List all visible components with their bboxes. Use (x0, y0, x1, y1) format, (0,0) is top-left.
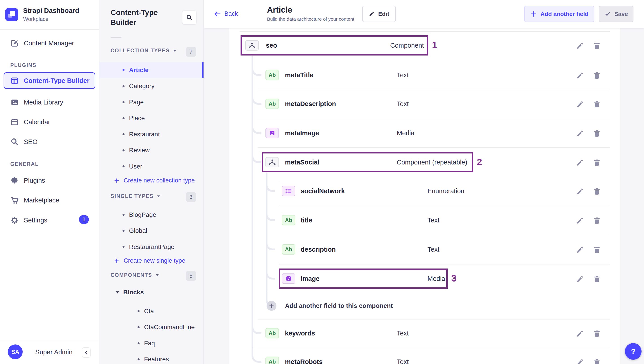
collection-types-list: ArticleCategoryPagePlaceRestaurantReview… (99, 62, 204, 174)
field-row-metaTitle[interactable]: Ab metaTitle Text (229, 65, 620, 85)
ctb-sidebar-title: Content-Type Builder (110, 8, 178, 27)
picture-icon (10, 98, 19, 106)
single-types-header[interactable]: SINGLE TYPES (110, 193, 160, 199)
field-row-socialNetwork[interactable]: socialNetwork Enumeration (229, 181, 620, 201)
annotation-number-1: 1 (432, 40, 437, 51)
collection-type-category[interactable]: Category (99, 78, 204, 94)
delete-field-button[interactable] (592, 71, 602, 80)
pencil-icon (576, 275, 584, 283)
save-button[interactable]: Save (599, 6, 634, 22)
trash-icon (593, 330, 601, 338)
component-group-blocks[interactable]: Blocks (116, 289, 144, 296)
add-field-to-component-label: Add another field to this component (285, 296, 393, 316)
delete-field-button[interactable] (592, 158, 602, 168)
components-header[interactable]: COMPONENTS (110, 272, 159, 278)
collection-type-article[interactable]: Article (99, 62, 204, 78)
single-type-restaurantpage[interactable]: RestaurantPage (99, 239, 204, 255)
edit-field-button[interactable] (575, 216, 585, 226)
edit-field-button[interactable] (575, 158, 585, 168)
component-features[interactable]: Features (99, 351, 204, 364)
avatar[interactable]: SA (8, 344, 23, 359)
edit-field-button[interactable] (575, 245, 585, 255)
field-name: seo (266, 35, 277, 56)
caret-down-icon (157, 196, 160, 197)
edit-field-button[interactable] (575, 99, 585, 109)
component-icon (268, 159, 276, 165)
media-icon (286, 275, 292, 282)
edit-field-button[interactable] (575, 329, 585, 339)
delete-field-button[interactable] (592, 216, 602, 226)
sidebar-item-media-library[interactable]: Media Library (0, 94, 99, 110)
component-ctacommandline[interactable]: CtaCommandLine (99, 319, 204, 335)
help-button[interactable]: ? (625, 343, 642, 360)
list-item-label: Global (129, 227, 147, 234)
add-field-to-component-row[interactable]: Add another field to this component (229, 296, 620, 316)
collection-type-review[interactable]: Review (99, 142, 204, 159)
create-collection-type-link[interactable]: Create new collection type (114, 177, 195, 184)
search-button[interactable] (182, 10, 196, 25)
annotation-number-3: 3 (451, 273, 456, 284)
sidebar-item-plugins[interactable]: Plugins (0, 172, 99, 189)
edit-field-button[interactable] (575, 357, 585, 364)
single-type-global[interactable]: Global (99, 223, 204, 239)
field-row-seo[interactable]: seo Component (229, 35, 620, 56)
bullet-icon (138, 358, 140, 360)
sidebar-item-seo[interactable]: SEO (0, 134, 99, 150)
add-field-to-component-button[interactable] (266, 301, 276, 311)
delete-field-button[interactable] (592, 187, 602, 196)
delete-field-button[interactable] (592, 245, 602, 255)
edit-button[interactable]: Edit (362, 6, 396, 22)
pencil-icon (576, 71, 584, 80)
component-faq[interactable]: Faq (99, 335, 204, 351)
field-name: title (301, 210, 312, 230)
sidebar-item-content-type-builder[interactable]: Content-Type Builder (4, 72, 95, 89)
edit-field-button[interactable] (575, 274, 585, 284)
trash-icon (593, 71, 601, 80)
field-name: keywords (285, 323, 315, 343)
collection-types-header[interactable]: COLLECTION TYPES (110, 48, 176, 54)
field-row-image[interactable]: image Media (229, 269, 620, 289)
delete-field-button[interactable] (592, 99, 602, 109)
field-type: Text (397, 352, 408, 364)
collection-type-place[interactable]: Place (99, 110, 204, 126)
field-row-metaImage[interactable]: metaImage Media (229, 123, 620, 143)
list-item-label: Article (129, 67, 148, 74)
bullet-icon (122, 101, 124, 103)
back-link[interactable]: Back (214, 0, 238, 28)
collection-type-user[interactable]: User (99, 158, 204, 174)
sidebar-item-calendar[interactable]: Calendar (0, 114, 99, 130)
edit-field-button[interactable] (575, 128, 585, 138)
sidebar-item-content-manager[interactable]: Content Manager (0, 35, 99, 51)
collection-type-restaurant[interactable]: Restaurant (99, 126, 204, 142)
field-row-metaDescription[interactable]: Ab metaDescription Text (229, 94, 620, 114)
edit-field-button[interactable] (575, 41, 585, 51)
row-divider (258, 147, 610, 148)
add-another-field-button[interactable]: Add another field (524, 6, 594, 22)
field-row-metaRobots[interactable]: Ab metaRobots Text (229, 352, 620, 364)
delete-field-button[interactable] (592, 41, 602, 51)
text-field-icon: Ab (282, 244, 295, 255)
collapse-sidebar-button[interactable] (82, 347, 91, 358)
field-row-keywords[interactable]: Ab keywords Text (229, 323, 620, 343)
pencil-icon (576, 159, 584, 167)
main-area: Back Article Build the data architecture… (204, 0, 644, 364)
sidebar-item-marketplace[interactable]: Marketplace (0, 192, 99, 208)
field-row-description[interactable]: Ab description Text (229, 239, 620, 260)
field-row-metaSocial[interactable]: metaSocial Component (repeatable) (229, 152, 620, 172)
pencil-icon (369, 11, 374, 17)
divider (110, 37, 122, 38)
component-cta[interactable]: Cta (99, 303, 204, 319)
delete-field-button[interactable] (592, 357, 602, 364)
create-single-type-link[interactable]: Create new single type (114, 257, 185, 264)
field-type: Text (397, 323, 408, 343)
single-type-blogpage[interactable]: BlogPage (99, 207, 204, 223)
edit-field-button[interactable] (575, 187, 585, 196)
field-row-title[interactable]: Ab title Text (229, 210, 620, 230)
delete-field-button[interactable] (592, 329, 602, 339)
delete-field-button[interactable] (592, 274, 602, 284)
delete-field-button[interactable] (592, 128, 602, 138)
collection-type-page[interactable]: Page (99, 94, 204, 110)
edit-field-button[interactable] (575, 71, 585, 80)
bullet-icon (122, 214, 124, 216)
divider (0, 340, 99, 340)
